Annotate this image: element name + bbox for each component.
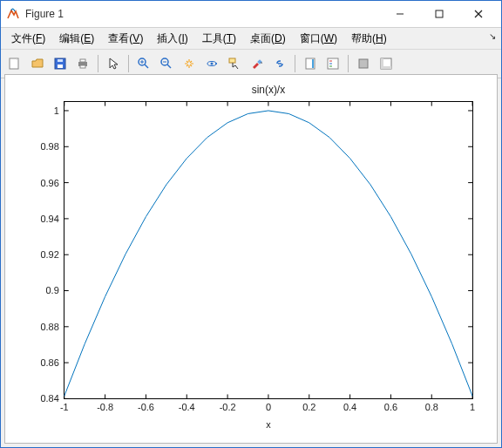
menu-tools[interactable]: 工具(T) [195, 30, 243, 48]
axes-title: sin(x)/x [252, 84, 285, 96]
menu-desktop[interactable]: 桌面(D) [243, 30, 293, 48]
titlebar: Figure 1 [1, 1, 501, 28]
svg-rect-29 [359, 59, 368, 68]
zoom-out-button[interactable] [156, 53, 177, 74]
x-tick-label: -0.2 [220, 402, 236, 412]
svg-point-19 [211, 63, 214, 65]
menu-edit[interactable]: 编辑(E) [52, 30, 101, 48]
y-tick-label: 1 [54, 105, 59, 116]
x-tick-label: 0 [266, 402, 271, 412]
pan-button[interactable] [179, 53, 200, 74]
print-button[interactable] [72, 53, 93, 74]
menubar: 文件(F) 编辑(E) 查看(V) 插入(I) 工具(T) 桌面(D) 窗口(W… [1, 28, 501, 50]
svg-rect-21 [257, 59, 262, 64]
x-axis-label: x [266, 419, 271, 430]
x-tick-label: 0.4 [343, 402, 356, 412]
x-tick-label: 0.6 [384, 402, 397, 412]
menu-view[interactable]: 查看(V) [101, 30, 150, 48]
link-button[interactable] [269, 53, 290, 74]
y-tick-label: 0.96 [40, 178, 58, 188]
datacursor-button[interactable] [224, 53, 245, 74]
toolbar-separator [295, 55, 295, 72]
zoom-in-button[interactable] [133, 53, 154, 74]
y-tick-label: 0.88 [40, 322, 58, 332]
rotate3d-button[interactable] [201, 53, 222, 74]
menu-window[interactable]: 窗口(W) [293, 30, 344, 48]
maximize-button[interactable] [419, 2, 458, 27]
svg-rect-32 [381, 66, 391, 69]
menu-overflow-icon[interactable]: ↘ [489, 31, 496, 41]
y-tick-label: 0.84 [40, 393, 58, 404]
x-tick-label: 1 [470, 402, 475, 412]
minimize-button[interactable] [380, 2, 419, 27]
brush-button[interactable] [247, 53, 268, 74]
toolbar-separator [128, 55, 129, 72]
insert-colorbar-button[interactable] [300, 53, 321, 74]
matlab-icon [6, 7, 20, 21]
axes[interactable]: -1-0.8-0.6-0.4-0.200.20.40.60.810.840.86… [5, 75, 497, 443]
svg-rect-25 [328, 58, 338, 69]
svg-rect-10 [80, 65, 85, 68]
open-button[interactable] [27, 53, 48, 74]
close-button[interactable] [458, 2, 498, 27]
new-figure-button[interactable] [4, 53, 25, 74]
hide-plot-tools-button[interactable] [353, 53, 374, 74]
insert-legend-button[interactable] [322, 53, 343, 74]
x-tick-label: 0.2 [302, 402, 315, 412]
menu-file[interactable]: 文件(F) [4, 30, 52, 48]
x-tick-label: -0.4 [179, 402, 195, 412]
svg-rect-20 [229, 58, 235, 63]
y-tick-label: 0.98 [40, 141, 58, 152]
svg-rect-6 [58, 64, 63, 68]
svg-rect-7 [58, 59, 63, 62]
y-tick-label: 0.9 [46, 285, 59, 295]
x-tick-label: 0.8 [425, 402, 438, 412]
window-title: Figure 1 [25, 8, 64, 20]
save-button[interactable] [50, 53, 71, 74]
y-tick-label: 0.86 [40, 357, 58, 368]
menu-help[interactable]: 帮助(H) [344, 30, 394, 48]
pointer-button[interactable] [103, 53, 124, 74]
x-tick-label: -0.6 [138, 402, 154, 412]
svg-rect-9 [80, 59, 85, 62]
figure-canvas[interactable]: -1-0.8-0.6-0.4-0.200.20.40.60.810.840.86… [4, 74, 498, 444]
menu-insert[interactable]: 插入(I) [150, 30, 194, 48]
y-tick-label: 0.94 [40, 214, 58, 224]
axes-box [64, 102, 472, 399]
x-tick-label: -1 [60, 402, 69, 412]
toolbar-separator [348, 55, 349, 72]
y-tick-label: 0.92 [40, 249, 58, 260]
svg-line-16 [167, 64, 171, 68]
show-plot-tools-button[interactable] [376, 53, 397, 74]
svg-rect-24 [312, 59, 314, 68]
svg-line-12 [145, 64, 148, 68]
x-tick-label: -0.8 [97, 402, 113, 412]
figure-window: Figure 1 文件(F) 编辑(E) 查看(V) 插入(I) 工具(T) 桌… [0, 0, 502, 448]
svg-rect-1 [436, 10, 443, 17]
toolbar-separator [98, 55, 98, 72]
